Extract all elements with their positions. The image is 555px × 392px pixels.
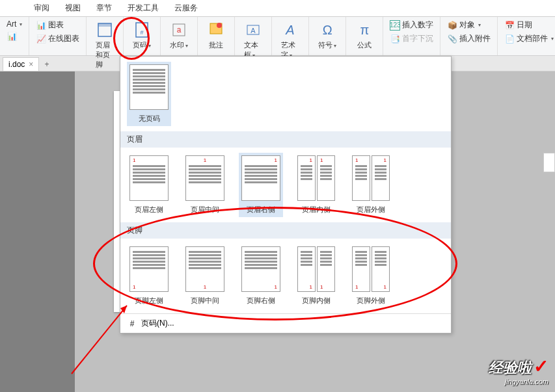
wordart-icon: A bbox=[281, 21, 299, 39]
page-num-small-icon: # bbox=[127, 319, 137, 329]
more-page-number[interactable]: # 页码(N)... bbox=[120, 313, 451, 333]
calendar-icon: 📅 bbox=[504, 20, 515, 31]
svg-text:A: A bbox=[251, 27, 256, 34]
sidebar-panel bbox=[0, 72, 75, 392]
ribbon-shoudxi[interactable]: 📑 首字下沉 bbox=[387, 32, 436, 46]
ribbon-doc-parts[interactable]: 📄 文档部件▾ bbox=[502, 32, 555, 46]
attachment-icon: 📎 bbox=[447, 34, 457, 44]
ribbon-watermark[interactable]: a 水印▾ bbox=[165, 18, 193, 53]
chart-icon: 📊 bbox=[36, 20, 46, 31]
tab-review[interactable]: 审阅 bbox=[26, 0, 57, 16]
ribbon-symbol[interactable]: Ω 符号▾ bbox=[313, 18, 342, 53]
dropcap-icon: 📑 bbox=[390, 34, 400, 44]
svg-rect-1 bbox=[98, 23, 111, 27]
option-none[interactable]: 无页码 bbox=[127, 62, 171, 126]
option-footer-outside[interactable]: 1 1 页脚外侧 bbox=[349, 244, 392, 308]
object-icon: 📦 bbox=[447, 20, 457, 31]
tab-chapter[interactable]: 章节 bbox=[88, 0, 120, 16]
option-footer-right[interactable]: 1 页脚右侧 bbox=[239, 244, 283, 308]
ribbon-object[interactable]: 📦 对象▾ bbox=[444, 18, 493, 32]
ribbon-page-number[interactable]: # 页码▾ bbox=[128, 18, 156, 53]
ribbon-art[interactable]: Art▾ bbox=[4, 18, 25, 30]
svg-text:a: a bbox=[177, 25, 182, 34]
ribbon-insert-number[interactable]: 123 插入数字 bbox=[387, 18, 436, 32]
tab-devtools[interactable]: 开发工具 bbox=[120, 0, 167, 16]
option-header-right[interactable]: 1 页眉右侧 bbox=[239, 153, 283, 217]
ribbon-toolbar: Art▾ 📊 📊 图表 📈 在线图表 页眉和页脚 # 页码▾ bbox=[0, 17, 555, 56]
ribbon-formula[interactable]: π 公式 bbox=[350, 18, 379, 53]
number-icon: 123 bbox=[390, 20, 400, 31]
menu-tabs: 审阅 视图 章节 开发工具 云服务 bbox=[0, 0, 555, 17]
ribbon-chart-small[interactable]: 📊 bbox=[4, 30, 25, 43]
doc-add-button[interactable]: + bbox=[39, 58, 54, 71]
ribbon-chart[interactable]: 📊 图表 bbox=[33, 18, 82, 32]
option-footer-center[interactable]: 1 页脚中间 bbox=[183, 244, 227, 308]
option-header-outside[interactable]: 1 1 页眉外侧 bbox=[349, 153, 392, 217]
header-footer-icon bbox=[96, 21, 114, 39]
watermark-brand: 经验啦 ✓ jingyanla.com bbox=[489, 356, 548, 385]
pi-icon: π bbox=[355, 21, 373, 39]
option-header-inside[interactable]: 1 1 页眉内侧 bbox=[295, 153, 338, 217]
doc-filename: i.doc bbox=[8, 60, 25, 69]
ribbon-header-footer[interactable]: 页眉和页脚 bbox=[90, 18, 119, 72]
option-header-left[interactable]: 1 页眉左侧 bbox=[127, 153, 171, 217]
svg-point-7 bbox=[217, 23, 222, 28]
tab-cloud[interactable]: 云服务 bbox=[167, 0, 206, 16]
ribbon-date[interactable]: 📅 日期 bbox=[502, 18, 555, 32]
option-header-center[interactable]: 1 页眉中间 bbox=[183, 153, 227, 217]
page-number-dropdown: 无页码 页眉 1 页眉左侧 1 页眉中间 1 页眉右侧 1 1 bbox=[120, 56, 452, 333]
chart-icon: 📊 bbox=[7, 31, 17, 42]
page-number-icon: # bbox=[133, 21, 151, 39]
option-footer-inside[interactable]: 1 1 页脚内侧 bbox=[295, 244, 338, 308]
comment-icon bbox=[207, 21, 225, 39]
omega-icon: Ω bbox=[318, 21, 336, 39]
footer-section-title: 页脚 bbox=[120, 222, 451, 239]
online-chart-icon: 📈 bbox=[36, 34, 46, 44]
header-section-title: 页眉 bbox=[120, 131, 451, 148]
doc-close-button[interactable]: × bbox=[29, 60, 33, 69]
side-placeholder bbox=[543, 153, 555, 172]
svg-text:A: A bbox=[286, 23, 295, 37]
ribbon-comment[interactable]: 批注 bbox=[202, 18, 230, 53]
parts-icon: 📄 bbox=[504, 34, 515, 44]
textbox-icon: A bbox=[244, 21, 262, 39]
watermark-icon: a bbox=[170, 21, 188, 39]
option-footer-left[interactable]: 1 页脚左侧 bbox=[127, 244, 171, 308]
ribbon-attach[interactable]: 📎 插入附件 bbox=[444, 32, 493, 46]
doc-tab-active[interactable]: i.doc × bbox=[3, 57, 39, 71]
svg-text:#: # bbox=[141, 29, 144, 36]
ribbon-online-chart[interactable]: 📈 在线图表 bbox=[33, 32, 82, 46]
tab-view[interactable]: 视图 bbox=[57, 0, 88, 16]
